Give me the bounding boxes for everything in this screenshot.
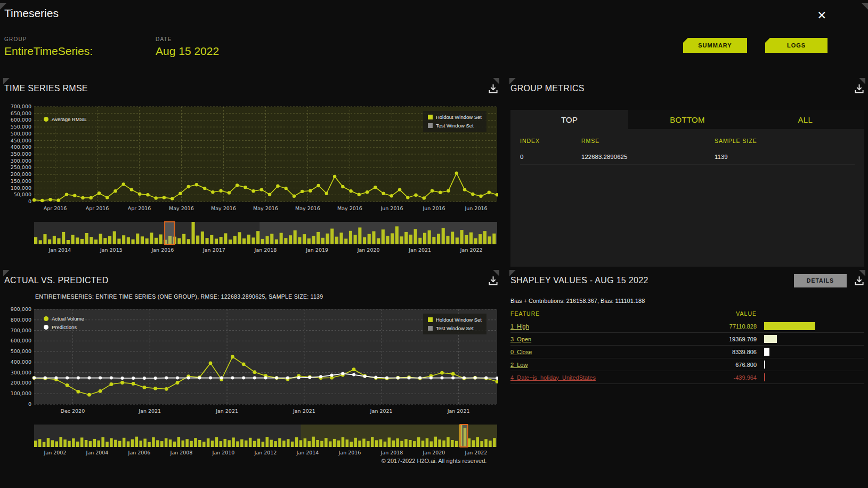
svg-text:200,000: 200,000 — [11, 380, 31, 386]
svg-text:Jan 2021: Jan 2021 — [293, 408, 315, 414]
shapley-rows: 1_High77110.8283_Open19369.7090_Close833… — [510, 320, 864, 384]
predictions-label: Predictions — [52, 324, 77, 330]
contribution-bar — [764, 322, 815, 330]
rmse-overview-scrubber[interactable]: Jan 2014Jan 2015Jan 2016Jan 2017Jan 2018… — [4, 221, 498, 254]
feature-name[interactable]: 0_Close — [510, 349, 692, 355]
avp-panel-title: ACTUAL VS. PREDICTED — [4, 276, 109, 285]
logs-button[interactable]: LOGS — [765, 38, 828, 53]
contribution-bar — [764, 373, 765, 381]
bar-cell — [757, 335, 864, 343]
feature-name[interactable]: 3_Open — [510, 336, 692, 342]
table-cell: 1139 — [715, 154, 855, 160]
avp-overview-scrubber[interactable]: Jan 2002Jan 2004Jan 2006Jan 2008Jan 2010… — [4, 423, 498, 457]
predictions-swatch — [44, 325, 48, 330]
svg-text:150,000: 150,000 — [11, 178, 31, 184]
test-label: Test Window Set — [436, 325, 474, 331]
svg-text:Dec 2020: Dec 2020 — [61, 408, 85, 414]
tab-top[interactable]: TOP — [510, 110, 628, 129]
tab-bottom[interactable]: BOTTOM — [628, 110, 746, 129]
summary-button[interactable]: SUMMARY — [683, 38, 747, 53]
download-icon[interactable] — [854, 276, 864, 286]
svg-text:400,000: 400,000 — [11, 359, 31, 365]
shapley-header-row: FEATURE VALUE — [510, 310, 864, 320]
svg-text:500,000: 500,000 — [11, 348, 31, 354]
svg-text:Jan 2021: Jan 2021 — [370, 408, 393, 414]
avp-series-legend: Actual Volume Predictions — [44, 316, 84, 330]
avp-subtitle: ENTIRETIMESERIES: ENTIRE TIME SERIES (ON… — [35, 293, 498, 300]
feature-name[interactable]: 1_High — [510, 323, 692, 330]
svg-text:600,000: 600,000 — [11, 117, 31, 123]
shapley-row: 3_Open19369.709 — [510, 333, 864, 346]
copyright-text: © 2017-2022 H2O.ai. All rights reserved. — [0, 458, 868, 464]
svg-text:Jan 2021: Jan 2021 — [138, 408, 161, 414]
table-cell: 122683.2890625 — [581, 154, 715, 160]
svg-text:Jan 2012: Jan 2012 — [254, 450, 277, 455]
holdout-label: Holdout Window Set — [436, 114, 482, 120]
rmse-chart-area: 050,000100,000150,000200,000250,000300,0… — [4, 103, 498, 215]
download-icon[interactable] — [488, 276, 498, 286]
value-header: VALUE — [692, 310, 757, 317]
svg-text:0: 0 — [28, 198, 31, 204]
svg-text:Jan 2019: Jan 2019 — [305, 247, 328, 253]
table-cell: 0 — [520, 154, 581, 160]
bar-cell — [757, 373, 864, 381]
svg-text:300,000: 300,000 — [11, 370, 31, 375]
svg-text:Apr 2016: Apr 2016 — [86, 205, 109, 211]
svg-text:Jan 2010: Jan 2010 — [212, 450, 235, 455]
group-label: GROUP — [4, 36, 93, 42]
time-series-rmse-panel: TIME SERIES RMSE 050,000100,000150,00020… — [4, 80, 498, 256]
rmse-panel-title: TIME SERIES RMSE — [4, 84, 88, 93]
page-corner-right — [862, 3, 868, 10]
svg-text:May 2016: May 2016 — [169, 205, 194, 211]
table-header-row: INDEXRMSESAMPLE SIZE — [520, 132, 855, 149]
svg-text:100,000: 100,000 — [11, 390, 31, 396]
download-icon[interactable] — [854, 84, 864, 94]
bar-cell — [757, 348, 864, 356]
svg-text:900,000: 900,000 — [11, 306, 31, 312]
svg-text:Jan 2014: Jan 2014 — [296, 450, 319, 455]
date-value: Aug 15 2022 — [156, 45, 219, 58]
feature-name[interactable]: 2_Low — [510, 362, 692, 368]
details-button[interactable]: DETAILS — [794, 274, 847, 287]
group-block: GROUP EntireTimeSeries: — [4, 36, 93, 58]
feature-name[interactable]: 4_Date~is_holiday_UnitedStates — [510, 374, 692, 381]
test-swatch — [428, 123, 433, 128]
svg-text:400,000: 400,000 — [11, 144, 31, 150]
svg-text:250,000: 250,000 — [11, 164, 31, 170]
feature-value: 676.800 — [692, 362, 757, 368]
svg-text:Jan 2004: Jan 2004 — [86, 450, 109, 455]
feature-header: FEATURE — [510, 310, 692, 317]
svg-text:Jan 2015: Jan 2015 — [100, 247, 123, 253]
svg-text:Jan 2008: Jan 2008 — [170, 450, 193, 455]
table-row[interactable]: 0122683.28906251139 — [520, 149, 855, 165]
holdout-label: Holdout Window Set — [436, 317, 482, 323]
svg-text:Jan 2021: Jan 2021 — [408, 247, 431, 253]
shapley-row: 1_High77110.828 — [510, 320, 864, 333]
svg-text:Jan 2020: Jan 2020 — [357, 247, 380, 253]
actual-volume-swatch — [44, 316, 48, 321]
shapley-title: SHAPLEY VALUES - AUG 15 2022 — [510, 276, 648, 285]
page-title: Timeseries — [4, 7, 59, 20]
shapley-row: 4_Date~is_holiday_UnitedStates-439.964 — [510, 371, 864, 384]
average-rmse-swatch — [44, 117, 48, 122]
rmse-series-legend: Average RMSE — [44, 116, 86, 122]
column-header: SAMPLE SIZE — [715, 138, 855, 144]
close-icon[interactable]: ✕ — [814, 9, 830, 22]
rmse-window-legend: Holdout Window Set Test Window Set — [423, 111, 486, 132]
date-label: DATE — [156, 36, 219, 42]
svg-text:300,000: 300,000 — [11, 158, 31, 164]
download-icon[interactable] — [488, 84, 498, 94]
contribution-bar — [764, 335, 777, 343]
group-metrics-title: GROUP METRICS — [510, 84, 585, 93]
svg-text:0: 0 — [28, 401, 31, 407]
svg-text:May 2016: May 2016 — [295, 205, 320, 211]
contribution-bar — [764, 348, 769, 356]
svg-text:700,000: 700,000 — [11, 103, 31, 109]
tab-all[interactable]: ALL — [747, 110, 864, 129]
svg-text:800,000: 800,000 — [11, 317, 31, 323]
svg-text:350,000: 350,000 — [11, 151, 31, 157]
column-header: INDEX — [520, 138, 581, 144]
bar-cell — [757, 322, 864, 330]
test-swatch — [428, 326, 433, 331]
svg-text:Jun 2016: Jun 2016 — [380, 205, 403, 211]
